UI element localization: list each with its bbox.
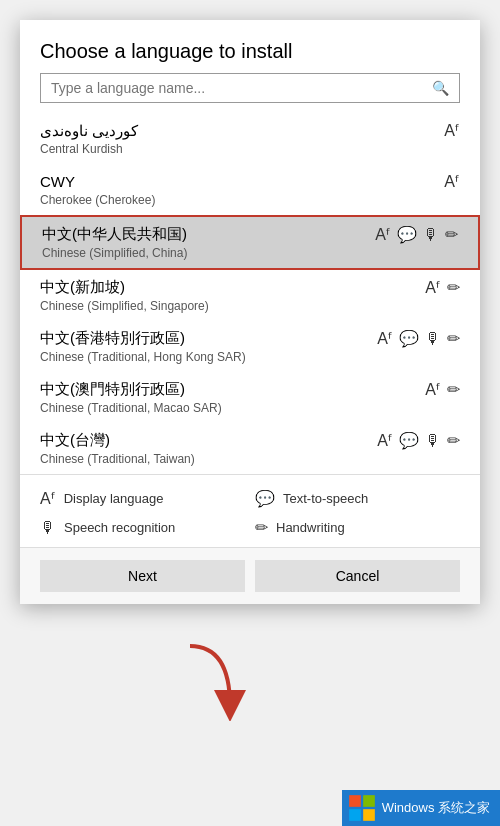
lang-english-chinese-traditional-macao: Chinese (Traditional, Macao SAR) [40, 401, 460, 415]
lang-native-central-kurdish: کوردیی ناوەندی [40, 122, 138, 140]
font-icon: Aᶠ [377, 431, 393, 450]
font-icon: Aᶠ [377, 329, 393, 348]
handwrite-icon: ✏ [445, 225, 458, 244]
handwrite-icon: ✏ [447, 380, 460, 399]
legend-item-handwriting: ✏Handwriting [255, 518, 460, 537]
handwrite-icon: ✏ [447, 431, 460, 450]
lang-item-chinese-traditional-hongkong[interactable]: 中文(香港特別行政區)Aᶠ💬🎙✏Chinese (Traditional, Ho… [20, 321, 480, 372]
search-input[interactable] [51, 80, 432, 96]
legend-item-speech: 🎙Speech recognition [40, 518, 245, 537]
lang-english-chinese-traditional-hongkong: Chinese (Traditional, Hong Kong SAR) [40, 350, 460, 364]
svg-rect-1 [363, 795, 375, 807]
language-list: کوردیی ناوەندیAᶠCentral KurdishCWYAᶠCher… [20, 113, 480, 474]
lang-native-cherokee: CWY [40, 173, 75, 190]
search-box[interactable]: 🔍 [40, 73, 460, 103]
lang-item-central-kurdish[interactable]: کوردیی ناوەندیAᶠCentral Kurdish [20, 113, 480, 164]
mic-icon: 🎙 [425, 330, 441, 348]
font-icon: Aᶠ [425, 278, 441, 297]
windows-icon [348, 794, 376, 822]
lang-native-chinese-traditional-macao: 中文(澳門特別行政區) [40, 380, 185, 399]
lang-native-chinese-simplified-china: 中文(中华人民共和国) [42, 225, 187, 244]
cancel-button[interactable]: Cancel [255, 560, 460, 592]
lang-item-chinese-simplified-china[interactable]: 中文(中华人民共和国)Aᶠ💬🎙✏Chinese (Simplified, Chi… [20, 215, 480, 270]
svg-rect-0 [349, 795, 361, 807]
legend-item-tts: 💬Text-to-speech [255, 489, 460, 508]
font-icon: Aᶠ [425, 380, 441, 399]
lang-item-chinese-traditional-taiwan[interactable]: 中文(台灣)Aᶠ💬🎙✏Chinese (Traditional, Taiwan) [20, 423, 480, 474]
font-legend-icon: Aᶠ [40, 489, 56, 508]
arrow-overlay [170, 641, 250, 721]
handwrite-icon: ✏ [447, 278, 460, 297]
speech-icon: 💬 [397, 225, 417, 244]
lang-item-cherokee[interactable]: CWYAᶠCherokee (Cherokee) [20, 164, 480, 215]
legend-label-handwriting: Handwriting [276, 520, 345, 535]
lang-english-chinese-traditional-taiwan: Chinese (Traditional, Taiwan) [40, 452, 460, 466]
handwrite-legend-icon: ✏ [255, 518, 268, 537]
speech-icon: 💬 [399, 431, 419, 450]
mic-icon: 🎙 [425, 432, 441, 450]
legend-label-display: Display language [64, 491, 164, 506]
lang-english-chinese-simplified-singapore: Chinese (Simplified, Singapore) [40, 299, 460, 313]
mic-legend-icon: 🎙 [40, 519, 56, 537]
lang-native-chinese-traditional-hongkong: 中文(香港特別行政區) [40, 329, 185, 348]
legend-item-display: AᶠDisplay language [40, 489, 245, 508]
svg-rect-3 [363, 809, 375, 821]
legend-grid: AᶠDisplay language💬Text-to-speech🎙Speech… [40, 489, 460, 537]
handwrite-icon: ✏ [447, 329, 460, 348]
dialog-title: Choose a language to install [20, 20, 480, 73]
lang-native-chinese-traditional-taiwan: 中文(台灣) [40, 431, 110, 450]
lang-native-chinese-simplified-singapore: 中文(新加坡) [40, 278, 125, 297]
speech-legend-icon: 💬 [255, 489, 275, 508]
speech-icon: 💬 [399, 329, 419, 348]
lang-english-chinese-simplified-china: Chinese (Simplified, China) [42, 246, 458, 260]
watermark-text: Windows 系统之家 [382, 799, 490, 817]
font-icon: Aᶠ [375, 225, 391, 244]
lang-item-chinese-traditional-macao[interactable]: 中文(澳門特別行政區)Aᶠ✏Chinese (Traditional, Maca… [20, 372, 480, 423]
svg-rect-2 [349, 809, 361, 821]
legend-label-tts: Text-to-speech [283, 491, 368, 506]
mic-icon: 🎙 [423, 226, 439, 244]
search-icon: 🔍 [432, 80, 449, 96]
language-dialog: Choose a language to install 🔍 کوردیی نا… [20, 20, 480, 604]
next-button[interactable]: Next [40, 560, 245, 592]
watermark: Windows 系统之家 [342, 790, 500, 826]
lang-item-chinese-simplified-singapore[interactable]: 中文(新加坡)Aᶠ✏Chinese (Simplified, Singapore… [20, 270, 480, 321]
font-icon: Aᶠ [444, 121, 460, 140]
legend-section: AᶠDisplay language💬Text-to-speech🎙Speech… [20, 474, 480, 547]
footer: Next Cancel [20, 547, 480, 604]
font-icon: Aᶠ [444, 172, 460, 191]
lang-english-cherokee: Cherokee (Cherokee) [40, 193, 460, 207]
legend-label-speech: Speech recognition [64, 520, 175, 535]
lang-english-central-kurdish: Central Kurdish [40, 142, 460, 156]
